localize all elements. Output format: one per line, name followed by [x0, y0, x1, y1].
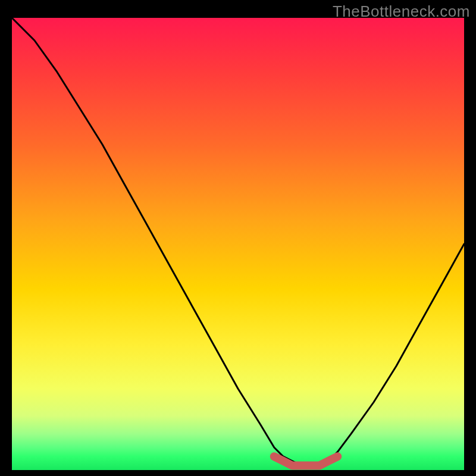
bottleneck-curve	[12, 18, 464, 465]
chart-frame	[12, 18, 464, 470]
watermark-text: TheBottleneck.com	[333, 2, 470, 21]
bottleneck-marker	[274, 456, 337, 465]
chart-svg	[12, 18, 464, 470]
